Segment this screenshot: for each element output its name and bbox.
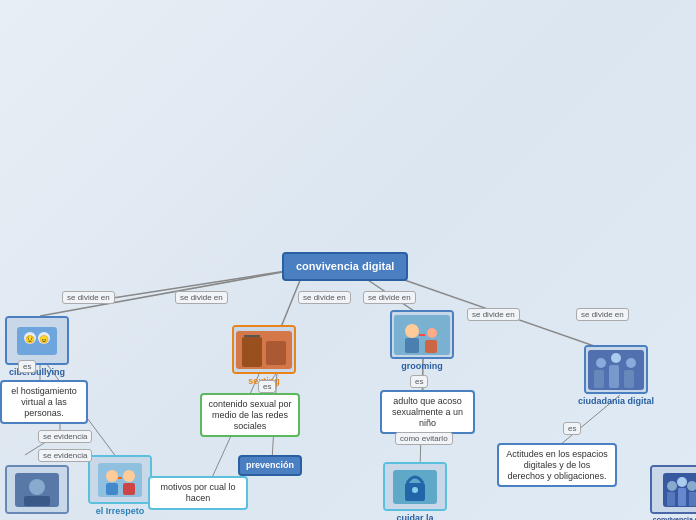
- svg-rect-54: [678, 488, 686, 506]
- irrespeto-image: [90, 457, 150, 502]
- svg-rect-22: [266, 341, 286, 365]
- label-se-divide-en-1: se divide en: [62, 291, 115, 304]
- motivos-label: motivos por cual lo hacen: [148, 476, 248, 510]
- svg-text:😠: 😠: [39, 334, 49, 344]
- svg-rect-26: [405, 338, 419, 353]
- adulto-acoso-label: adulto que acoso sexualmente a un niño: [380, 390, 475, 434]
- label-es-1: es: [18, 360, 36, 373]
- svg-rect-55: [689, 492, 696, 506]
- label-como-evitarlo: como evitarlo: [395, 432, 453, 445]
- label-se-evidencia-2: se evidencia: [38, 449, 92, 462]
- convivencia2-label: convivencia dig...: [653, 516, 696, 520]
- mindmap-container: se divide en se divide en se divide en s…: [0, 0, 696, 520]
- ciudadania-node[interactable]: ciudadania digital: [578, 345, 654, 406]
- label-es-3: es: [410, 375, 428, 388]
- svg-point-45: [412, 487, 418, 493]
- privacidad-image: [385, 464, 445, 509]
- svg-rect-36: [624, 370, 634, 388]
- svg-rect-21: [242, 337, 262, 367]
- svg-point-51: [677, 477, 687, 487]
- svg-rect-35: [609, 365, 619, 388]
- svg-point-27: [427, 328, 437, 338]
- label-se-divide-en-3: se divide en: [298, 291, 351, 304]
- grooming-node[interactable]: grooming: [390, 310, 454, 371]
- ciudadania-label: ciudadania digital: [578, 396, 654, 406]
- sexting-node[interactable]: sexting: [232, 325, 296, 386]
- svg-point-32: [611, 353, 621, 363]
- label-se-evidencia-1: se evidencia: [38, 430, 92, 443]
- svg-point-33: [626, 358, 636, 368]
- grooming-label: grooming: [401, 361, 443, 371]
- label-se-divide-en-2: se divide en: [175, 291, 228, 304]
- svg-point-47: [29, 479, 45, 495]
- label-es-2: es: [258, 380, 276, 393]
- privacidad-label: cuidar la privacidad: [375, 513, 455, 520]
- irrespeto-label: el Irrespeto: [96, 506, 145, 516]
- contenido-sexual-label: contenido sexual por medio de las redes …: [200, 393, 300, 437]
- grooming-image: [392, 312, 452, 357]
- label-se-divide-en-6: se divide en: [576, 308, 629, 321]
- svg-rect-41: [123, 483, 135, 495]
- svg-point-31: [596, 358, 606, 368]
- label-se-divide-en-4: se divide en: [363, 291, 416, 304]
- central-node[interactable]: convivencia digital: [282, 252, 408, 281]
- svg-rect-23: [244, 335, 260, 337]
- prevencion-node[interactable]: prevención: [238, 455, 302, 476]
- svg-rect-53: [667, 492, 675, 506]
- svg-rect-34: [594, 370, 604, 388]
- contenido-sexual-node[interactable]: contenido sexual por medio de las redes …: [200, 393, 300, 437]
- label-es-4: es: [563, 422, 581, 435]
- convivencia2-image: [652, 467, 696, 512]
- convivencia2-node[interactable]: convivencia dig...: [650, 465, 696, 520]
- label-se-divide-en-5: se divide en: [467, 308, 520, 321]
- prevencion-label: prevención: [238, 455, 302, 476]
- svg-rect-37: [98, 463, 142, 497]
- svg-point-50: [667, 481, 677, 491]
- ciberbullying-image: 😟 😠: [7, 318, 67, 363]
- cuidar-privacidad-node[interactable]: cuidar la privacidad: [375, 462, 455, 520]
- actitudes-node[interactable]: Actitudes en los espacios digitales y de…: [497, 443, 617, 487]
- svg-rect-15: [17, 327, 57, 355]
- svg-text:😟: 😟: [25, 334, 35, 344]
- central-label: convivencia digital: [282, 252, 408, 281]
- svg-point-38: [106, 470, 118, 482]
- bottom-left-node[interactable]: [5, 465, 69, 514]
- irrespeto-node[interactable]: el Irrespeto: [88, 455, 152, 516]
- svg-rect-28: [425, 340, 437, 353]
- svg-rect-48: [24, 496, 50, 506]
- svg-point-25: [405, 324, 419, 338]
- sexting-image: [234, 327, 294, 372]
- actitudes-label: Actitudes en los espacios digitales y de…: [497, 443, 617, 487]
- svg-rect-39: [106, 483, 118, 495]
- ciberbullying-node[interactable]: 😟 😠 ciberbullying: [5, 316, 69, 377]
- bottom-left-image: [7, 467, 67, 512]
- hostigamiento-node[interactable]: el hostigamiento virtual a las personas.: [0, 380, 88, 424]
- ciudadania-image: [586, 347, 646, 392]
- motivos-node[interactable]: motivos por cual lo hacen: [148, 476, 248, 510]
- hostigamiento-label: el hostigamiento virtual a las personas.: [0, 380, 88, 424]
- svg-point-40: [123, 470, 135, 482]
- adulto-acoso-node[interactable]: adulto que acoso sexualmente a un niño: [380, 390, 475, 434]
